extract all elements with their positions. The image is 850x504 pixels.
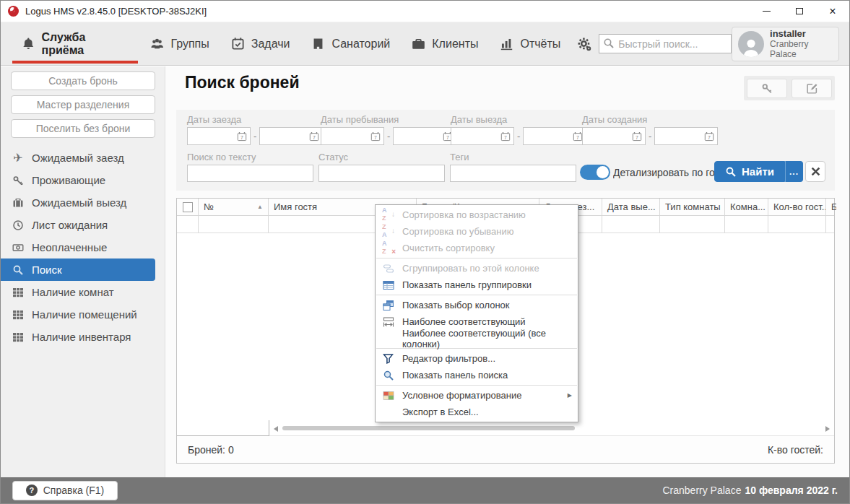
- svg-text:7: 7: [636, 135, 638, 140]
- svg-text:7: 7: [374, 135, 377, 140]
- calendar-icon: 7: [309, 131, 319, 142]
- grid-icon: [12, 286, 25, 299]
- sidebar-item-room-availability[interactable]: Наличие комнат: [1, 281, 165, 303]
- creation-date-from-input[interactable]: 7: [582, 127, 646, 145]
- user-card[interactable]: installer Cranberry Palace: [732, 27, 839, 61]
- sidebar-item-inventory-availability[interactable]: Наличие инвентаря: [1, 326, 165, 348]
- guests-count: К-во гостей:: [768, 444, 823, 456]
- menu-separator: [376, 295, 577, 295]
- filter-panel: Даты заезда 7 - 7 Даты пребывания 7 - 7: [176, 110, 835, 191]
- sidebar-item-waiting-list[interactable]: Лист ожидания: [1, 214, 165, 236]
- calendar-icon: 7: [704, 131, 714, 142]
- sidebar-item-inhouse[interactable]: Проживающие: [1, 169, 165, 191]
- stay-date-from-input[interactable]: 7: [321, 127, 384, 145]
- statusbar-date: 10 февраля 2022 г.: [745, 485, 838, 496]
- user-hotel: Cranberry Palace: [770, 39, 833, 59]
- tab-groups[interactable]: Группы: [139, 22, 220, 66]
- create-booking-button[interactable]: Создать бронь: [11, 71, 155, 90]
- clear-filters-button[interactable]: [805, 161, 825, 182]
- filter-departure-dates: Даты выезда 7 - 7: [451, 114, 586, 145]
- sidebar-item-expected-arrival[interactable]: ✈ Ожидаемый заезд: [1, 147, 165, 169]
- tab-label: Служба приёма: [42, 31, 129, 57]
- minimize-icon: [763, 11, 771, 12]
- record-navigator-box[interactable]: [177, 420, 269, 436]
- sidebar-item-expected-departure[interactable]: Ожидаемый выезд: [1, 191, 165, 214]
- tab-reports[interactable]: Отчёты: [489, 22, 571, 66]
- column-label: №: [204, 201, 214, 212]
- help-button-label: Справка (F1): [43, 485, 104, 496]
- scrollbar-thumb[interactable]: [282, 426, 575, 430]
- quick-search-input[interactable]: [599, 34, 732, 53]
- bar-chart-icon: [500, 37, 513, 51]
- sidebar-item-space-availability[interactable]: Наличие помещений: [1, 303, 165, 326]
- menu-item-column-chooser[interactable]: Показать выбор колонок: [376, 297, 578, 313]
- arrival-date-to-input[interactable]: 7: [259, 127, 323, 145]
- tags-input[interactable]: [450, 165, 576, 182]
- minimize-button[interactable]: [750, 1, 783, 22]
- menu-item-label: Редактор фильтров...: [402, 353, 495, 364]
- sidebar-item-unpaid[interactable]: Неоплаченные: [1, 236, 165, 258]
- titlebar: Logus HMS v2.8.45.0 [DESKTOP-38SJ2KI] ×: [1, 1, 849, 22]
- menu-item-filter-editor[interactable]: Редактор фильтров...: [376, 350, 578, 367]
- find-button[interactable]: Найти: [714, 161, 785, 182]
- key-icon: [12, 174, 25, 187]
- filter-stay-dates: Даты пребывания 7 - 7: [321, 114, 456, 145]
- tab-front-office[interactable]: Служба приёма: [11, 22, 139, 66]
- menu-item-conditional-formatting[interactable]: Условное форматирование ▶: [376, 387, 578, 404]
- find-more-button[interactable]: ...: [785, 161, 803, 182]
- stay-date-to-input[interactable]: 7: [393, 127, 456, 145]
- departure-date-from-input[interactable]: 7: [451, 127, 514, 145]
- help-button[interactable]: ? Справка (F1): [12, 481, 118, 500]
- svg-text:7: 7: [240, 135, 243, 140]
- menu-item-show-search-panel[interactable]: Показать панель поиска: [376, 367, 578, 383]
- key-tool-button[interactable]: [747, 79, 787, 98]
- split-wizard-button[interactable]: Мастер разделения: [11, 95, 155, 114]
- key-icon: [761, 82, 773, 95]
- column-header-number[interactable]: №▲: [199, 199, 269, 215]
- arrival-date-from-input[interactable]: 7: [187, 127, 251, 145]
- detail-by-guests-toggle[interactable]: [580, 165, 610, 180]
- menu-item-sort-ascending: AZ↓ Сортировка по возрастанию: [376, 207, 578, 223]
- menu-item-label: Показать панель группировки: [402, 279, 532, 290]
- column-context-menu: AZ↓ Сортировка по возрастанию ZA↓ Сортир…: [375, 204, 578, 422]
- tab-tasks[interactable]: Задачи: [220, 22, 301, 66]
- filter-label: Теги: [450, 152, 576, 162]
- checkin-without-booking-button[interactable]: Поселить без брони: [11, 119, 155, 138]
- gear-icon: [577, 37, 591, 51]
- menu-item-best-fit-all-columns[interactable]: Наиболее соответствующий (все колонки): [376, 330, 578, 347]
- tab-sanatorium[interactable]: Санаторий: [300, 22, 401, 66]
- range-separator: -: [387, 131, 390, 142]
- calendar-icon: 7: [237, 131, 247, 142]
- menu-item-label: Сортировка по убыванию: [402, 226, 513, 237]
- text-search-input[interactable]: [187, 165, 313, 182]
- menu-item-label: Наиболее соответствующий: [402, 316, 526, 327]
- menu-separator: [376, 258, 577, 258]
- settings-button[interactable]: [577, 37, 591, 51]
- column-header-departure-date[interactable]: Дата вые...: [602, 199, 660, 215]
- scroll-right-icon[interactable]: [825, 426, 830, 432]
- calendar-icon: 7: [370, 131, 381, 142]
- scroll-left-icon[interactable]: [274, 426, 278, 432]
- column-header-room-type[interactable]: Тип комнаты: [660, 199, 725, 215]
- tab-clients[interactable]: Клиенты: [401, 22, 489, 66]
- window-title: Logus HMS v2.8.45.0 [DESKTOP-38SJ2KI]: [25, 6, 207, 17]
- grid-footer: Броней: 0 К-во гостей:: [177, 436, 834, 463]
- column-header-room[interactable]: Комна...: [725, 199, 768, 215]
- menu-item-export-excel[interactable]: Экспорт в Excel...: [376, 404, 578, 420]
- column-header-guest-count[interactable]: Кол-во гост...: [768, 199, 826, 215]
- filter-text-search: Поиск по тексту: [187, 152, 313, 182]
- maximize-button[interactable]: [783, 1, 816, 22]
- status-input[interactable]: [318, 165, 445, 182]
- filter-arrival-dates: Даты заезда 7 - 7: [187, 114, 323, 145]
- sidebar-item-search[interactable]: Поиск: [1, 258, 155, 281]
- filter-label: Даты выезда: [451, 114, 586, 125]
- departure-date-to-input[interactable]: 7: [523, 127, 586, 145]
- select-all-checkbox[interactable]: [183, 202, 193, 212]
- column-header-balance[interactable]: Ба: [826, 199, 836, 215]
- no-icon: [382, 332, 394, 344]
- creation-date-to-input[interactable]: 7: [654, 127, 718, 145]
- close-button[interactable]: ×: [816, 1, 849, 22]
- plane-icon: ✈: [12, 152, 25, 165]
- menu-item-show-group-panel[interactable]: Показать панель группировки: [376, 277, 578, 293]
- edit-tool-button[interactable]: [792, 79, 832, 98]
